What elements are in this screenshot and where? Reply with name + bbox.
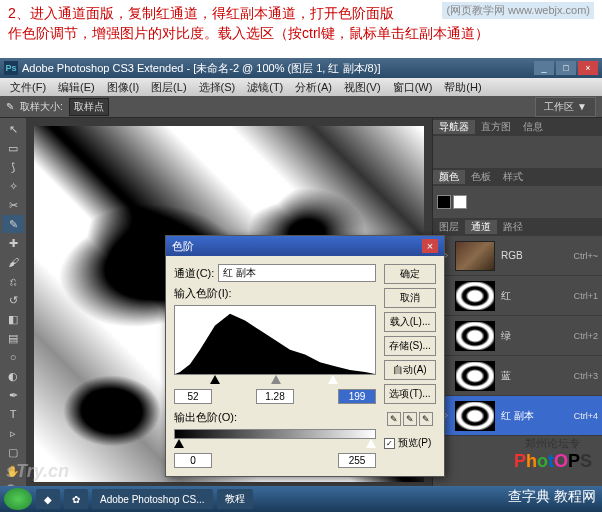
lasso-tool[interactable]: ⟆ — [2, 158, 24, 176]
tab-layers[interactable]: 图层 — [433, 220, 465, 234]
output-slider[interactable] — [174, 439, 376, 451]
output-black-slider[interactable] — [174, 439, 184, 448]
watermark-bottom-right: 查字典 教程网 — [508, 488, 596, 506]
channel-row[interactable]: 绿Ctrl+2 — [433, 316, 602, 356]
foreground-swatch[interactable] — [437, 195, 451, 209]
channel-shortcut: Ctrl+3 — [574, 371, 598, 381]
black-eyedropper[interactable]: ✎ — [387, 412, 401, 426]
output-white-slider[interactable] — [366, 439, 376, 448]
close-button[interactable]: × — [578, 61, 598, 75]
heal-tool[interactable]: ✚ — [2, 234, 24, 252]
tab-styles[interactable]: 样式 — [497, 170, 529, 184]
white-point-slider[interactable] — [328, 375, 338, 384]
tab-channels[interactable]: 通道 — [465, 220, 497, 234]
navigator-panel — [433, 136, 602, 168]
marquee-tool[interactable]: ▭ — [2, 139, 24, 157]
input-black-field[interactable]: 52 — [174, 389, 212, 404]
menubar: 文件(F) 编辑(E) 图像(I) 图层(L) 选择(S) 滤镜(T) 分析(A… — [0, 78, 602, 96]
tab-navigator[interactable]: 导航器 — [433, 120, 475, 134]
color-panel — [433, 186, 602, 218]
menu-filter[interactable]: 滤镜(T) — [241, 80, 289, 95]
menu-window[interactable]: 窗口(W) — [387, 80, 439, 95]
maximize-button[interactable]: □ — [556, 61, 576, 75]
dodge-tool[interactable]: ◐ — [2, 367, 24, 385]
blur-tool[interactable]: ○ — [2, 348, 24, 366]
cancel-button[interactable]: 取消 — [384, 288, 436, 308]
toolbox: ↖ ▭ ⟆ ✧ ✂ ✎ ✚ 🖌 ⎌ ↺ ◧ ▤ ○ ◐ ✒ T ▹ ▢ ✋ 🔍 — [0, 118, 26, 512]
tab-color[interactable]: 颜色 — [433, 170, 465, 184]
channel-row[interactable]: 红Ctrl+1 — [433, 276, 602, 316]
channel-row[interactable]: 👁RGBCtrl+~ — [433, 236, 602, 276]
channel-name: RGB — [501, 250, 567, 261]
stamp-tool[interactable]: ⎌ — [2, 272, 24, 290]
taskbar-item[interactable]: 教程 — [217, 489, 253, 509]
output-black-field[interactable]: 0 — [174, 453, 212, 468]
menu-edit[interactable]: 编辑(E) — [52, 80, 101, 95]
taskbar-item[interactable]: ✿ — [64, 489, 88, 509]
white-eyedropper[interactable]: ✎ — [419, 412, 433, 426]
menu-analysis[interactable]: 分析(A) — [289, 80, 338, 95]
path-tool[interactable]: ▹ — [2, 424, 24, 442]
tab-histogram[interactable]: 直方图 — [475, 120, 517, 134]
tab-info[interactable]: 信息 — [517, 120, 549, 134]
channel-name: 绿 — [501, 329, 568, 343]
tab-swatches[interactable]: 色板 — [465, 170, 497, 184]
menu-layer[interactable]: 图层(L) — [145, 80, 192, 95]
channel-row[interactable]: 👁红 副本Ctrl+4 — [433, 396, 602, 436]
gray-eyedropper[interactable]: ✎ — [403, 412, 417, 426]
watermark-bottom-left: sTry.cn — [6, 461, 69, 482]
taskbar-item[interactable]: ◆ — [36, 489, 60, 509]
menu-view[interactable]: 视图(V) — [338, 80, 387, 95]
save-button[interactable]: 存储(S)... — [384, 336, 436, 356]
minimize-button[interactable]: _ — [534, 61, 554, 75]
channel-thumbnail — [455, 281, 495, 311]
dialog-close-button[interactable]: × — [422, 239, 438, 253]
taskbar-photoshop[interactable]: Adobe Photoshop CS... — [92, 489, 213, 509]
channel-thumbnail — [455, 401, 495, 431]
move-tool[interactable]: ↖ — [2, 120, 24, 138]
workspace-button[interactable]: 工作区 ▼ — [535, 97, 596, 117]
options-button[interactable]: 选项(T)... — [384, 384, 436, 404]
tab-paths[interactable]: 路径 — [497, 220, 529, 234]
load-button[interactable]: 载入(L)... — [384, 312, 436, 332]
wand-tool[interactable]: ✧ — [2, 177, 24, 195]
type-tool[interactable]: T — [2, 405, 24, 423]
menu-select[interactable]: 选择(S) — [193, 80, 242, 95]
channel-select[interactable]: 红 副本 — [218, 264, 376, 282]
auto-button[interactable]: 自动(A) — [384, 360, 436, 380]
black-point-slider[interactable] — [210, 375, 220, 384]
eraser-tool[interactable]: ◧ — [2, 310, 24, 328]
channel-shortcut: Ctrl+4 — [574, 411, 598, 421]
gamma-slider[interactable] — [271, 375, 281, 384]
watermark-top: (网页教学网 www.webjx.com) — [442, 2, 594, 19]
app-icon: Ps — [4, 61, 18, 75]
shape-tool[interactable]: ▢ — [2, 443, 24, 461]
sample-size-select[interactable]: 取样点 — [69, 98, 109, 116]
menu-file[interactable]: 文件(F) — [4, 80, 52, 95]
gradient-tool[interactable]: ▤ — [2, 329, 24, 347]
channel-thumbnail — [455, 321, 495, 351]
menu-image[interactable]: 图像(I) — [101, 80, 145, 95]
output-white-field[interactable]: 255 — [338, 453, 376, 468]
input-white-field[interactable]: 199 — [338, 389, 376, 404]
input-gamma-field[interactable]: 1.28 — [256, 389, 294, 404]
menu-help[interactable]: 帮助(H) — [438, 80, 487, 95]
crop-tool[interactable]: ✂ — [2, 196, 24, 214]
channel-shortcut: Ctrl+~ — [573, 251, 598, 261]
start-button[interactable] — [4, 488, 32, 510]
channel-row[interactable]: 蓝Ctrl+3 — [433, 356, 602, 396]
preview-label: 预览(P) — [398, 436, 431, 450]
dialog-titlebar[interactable]: 色阶 × — [166, 236, 444, 256]
background-swatch[interactable] — [453, 195, 467, 209]
input-slider[interactable] — [174, 375, 376, 387]
ok-button[interactable]: 确定 — [384, 264, 436, 284]
eyedropper-tool[interactable]: ✎ — [2, 215, 24, 233]
eyedropper-icon[interactable]: ✎ — [6, 101, 14, 112]
preview-checkbox[interactable]: ✓ — [384, 438, 395, 449]
pen-tool[interactable]: ✒ — [2, 386, 24, 404]
brush-tool[interactable]: 🖌 — [2, 253, 24, 271]
channel-shortcut: Ctrl+1 — [574, 291, 598, 301]
channel-name: 蓝 — [501, 369, 568, 383]
history-brush-tool[interactable]: ↺ — [2, 291, 24, 309]
channel-thumbnail — [455, 241, 495, 271]
